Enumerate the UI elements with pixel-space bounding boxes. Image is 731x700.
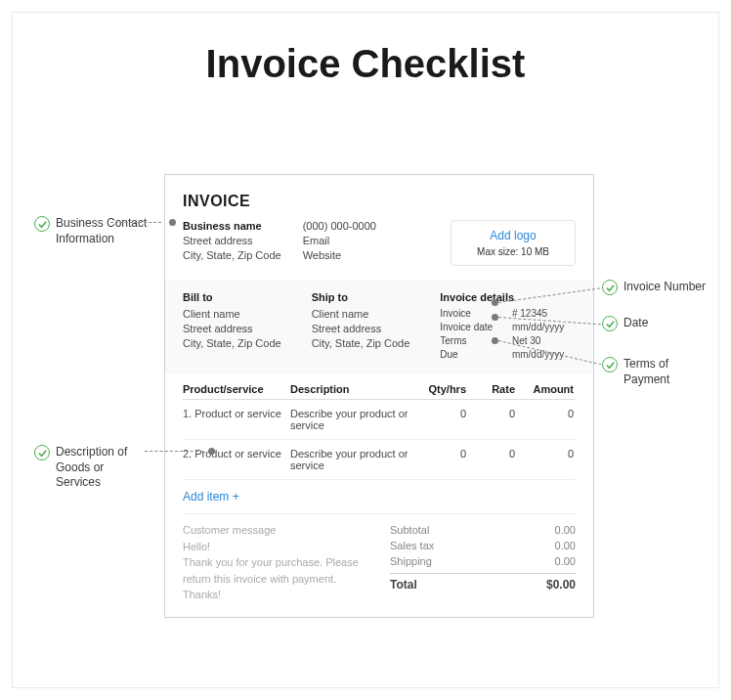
- row-rate: 0: [466, 408, 515, 419]
- callout-label: Date: [624, 316, 648, 331]
- row-amt: 0: [515, 448, 574, 459]
- msg-greet: Hello!: [183, 539, 370, 555]
- msg-body: Thank you for your purchase. Please retu…: [183, 554, 370, 587]
- customer-message[interactable]: Customer message Hello! Thank you for yo…: [183, 522, 370, 603]
- callout-business-info: Business Contact Information: [34, 216, 151, 246]
- page-title: Invoice Checklist: [13, 42, 718, 86]
- header-block: Business name Street address City, State…: [183, 220, 576, 266]
- subtotal-value: 0.00: [555, 524, 576, 536]
- row-qty: 0: [417, 408, 466, 419]
- connector: [110, 222, 161, 223]
- subtotal-label: Subtotal: [390, 524, 429, 536]
- business-phone: (000) 000-0000: [303, 220, 376, 232]
- parties-section: Bill to Client name Street address City,…: [165, 280, 593, 373]
- row-qty: 0: [417, 448, 466, 459]
- inv-value: # 12345: [512, 308, 576, 319]
- check-icon: [602, 280, 618, 295]
- billto-csz: City, State, Zip Code: [183, 337, 296, 349]
- row-desc: Describe your product or service: [290, 448, 417, 471]
- total-label: Total: [390, 578, 417, 591]
- msg-signoff: Thanks!: [183, 587, 370, 603]
- billto-head: Bill to: [183, 291, 296, 303]
- invdate-label: Invoice date: [440, 322, 504, 332]
- row-desc: Describe your product or service: [290, 408, 417, 431]
- callout-label: Description of Goods or Services: [56, 445, 151, 491]
- line-item[interactable]: 1. Product or service Describe your prod…: [183, 400, 576, 440]
- connector-dot: [208, 448, 215, 455]
- ship-value: 0.00: [555, 555, 576, 567]
- check-icon: [602, 357, 618, 372]
- callout-date: Date: [602, 316, 648, 331]
- shipto-client: Client name: [312, 308, 425, 320]
- shipto-head: Ship to: [312, 291, 425, 303]
- business-website: Website: [303, 249, 376, 261]
- col-desc: Description: [290, 383, 417, 395]
- msg-head: Customer message: [183, 522, 370, 539]
- row-num: 2.: [183, 448, 192, 459]
- terms-value: Net 30: [512, 335, 576, 346]
- col-rate: Rate: [466, 383, 515, 395]
- check-icon: [602, 316, 618, 331]
- total-value: $0.00: [546, 578, 576, 591]
- logo-maxsize: Max size: 10 MB: [477, 246, 549, 257]
- ship-label: Shipping: [390, 555, 432, 567]
- business-street: Street address: [183, 235, 281, 246]
- line-item[interactable]: 2. Product or service Describe your prod…: [183, 440, 576, 480]
- callout-label: Invoice Number: [624, 280, 706, 295]
- row-amt: 0: [515, 408, 574, 419]
- connector-dot: [492, 299, 498, 306]
- row-prod: Product or service: [194, 408, 281, 419]
- connector: [145, 451, 203, 452]
- business-email: Email: [303, 235, 376, 246]
- connector-dot: [169, 219, 176, 226]
- col-product: Product/service: [183, 383, 290, 395]
- tax-label: Sales tax: [390, 540, 434, 551]
- callout-label: Business Contact Information: [56, 216, 151, 246]
- row-num: 1.: [183, 408, 192, 419]
- callout-label: Terms of Payment: [624, 357, 710, 387]
- invoice-card: INVOICE Business name Street address Cit…: [164, 174, 594, 618]
- check-icon: [34, 216, 50, 232]
- add-logo-label: Add logo: [477, 229, 549, 242]
- callout-terms: Terms of Payment: [602, 357, 710, 387]
- business-csz: City, State, Zip Code: [183, 249, 281, 261]
- col-amount: Amount: [515, 383, 574, 395]
- tax-value: 0.00: [555, 540, 576, 551]
- billto-street: Street address: [183, 323, 296, 334]
- add-item-button[interactable]: Add item +: [183, 480, 576, 514]
- line-header: Product/service Description Qty/hrs Rate…: [183, 373, 576, 400]
- check-icon: [34, 445, 50, 460]
- row-rate: 0: [466, 448, 515, 459]
- col-qty: Qty/hrs: [417, 383, 466, 395]
- billto-client: Client name: [183, 308, 296, 320]
- callout-invoice-number: Invoice Number: [602, 280, 706, 295]
- shipto-street: Street address: [312, 323, 425, 334]
- totals: Subtotal0.00 Sales tax0.00 Shipping0.00 …: [390, 522, 576, 603]
- callout-description: Description of Goods or Services: [34, 445, 151, 491]
- logo-upload[interactable]: Add logo Max size: 10 MB: [451, 220, 576, 266]
- business-name: Business name: [183, 220, 281, 232]
- invoice-heading: INVOICE: [183, 193, 576, 210]
- due-label: Due: [440, 349, 504, 360]
- shipto-csz: City, State, Zip Code: [312, 337, 425, 349]
- invdate-value: mm/dd/yyyy: [512, 322, 576, 332]
